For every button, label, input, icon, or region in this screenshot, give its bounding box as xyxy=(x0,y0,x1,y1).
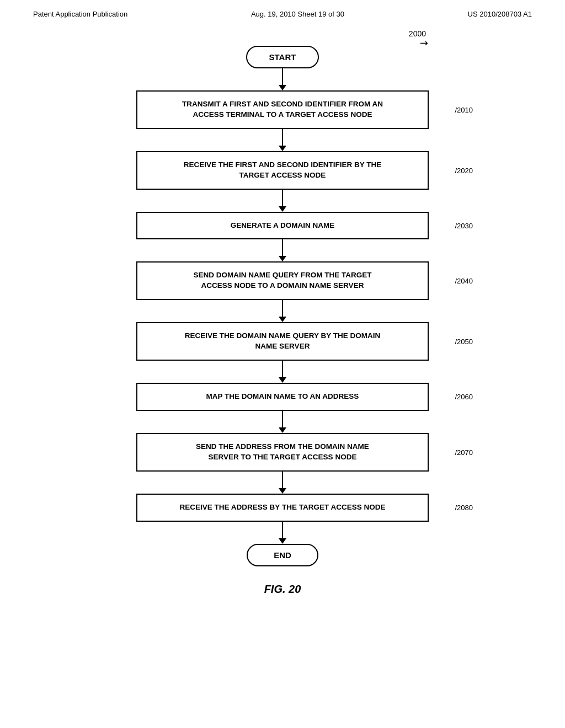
arrow-9 xyxy=(279,522,286,544)
step-row-2020: RECEIVE THE FIRST AND SECOND IDENTIFIER … xyxy=(136,151,429,190)
step-2020-box: RECEIVE THE FIRST AND SECOND IDENTIFIER … xyxy=(136,151,429,190)
step-2030-box: GENERATE A DOMAIN NAME xyxy=(136,212,429,240)
figure-caption: FIG. 20 xyxy=(264,583,301,596)
arrow-5 xyxy=(279,300,286,322)
step-2020-label: /2020 xyxy=(455,166,473,174)
step-row-2030: GENERATE A DOMAIN NAME /2030 xyxy=(136,212,429,240)
step-2060-label: /2060 xyxy=(455,393,473,401)
header-right: US 2010/208703 A1 xyxy=(468,10,532,18)
step-row-2060: MAP THE DOMAIN NAME TO AN ADDRESS /2060 xyxy=(136,383,429,411)
step-2080-box: RECEIVE THE ADDRESS BY THE TARGET ACCESS… xyxy=(136,494,429,522)
arrow-4 xyxy=(279,239,286,261)
step-row-2070: SEND THE ADDRESS FROM THE DOMAIN NAMESER… xyxy=(136,433,429,472)
step-2060-box: MAP THE DOMAIN NAME TO AN ADDRESS xyxy=(136,383,429,411)
arrow-6 xyxy=(279,361,286,383)
arrow-2 xyxy=(279,129,286,151)
step-2070-box: SEND THE ADDRESS FROM THE DOMAIN NAMESER… xyxy=(136,433,429,472)
arrow-8 xyxy=(279,472,286,494)
end-oval: END xyxy=(247,544,318,566)
arrow-3 xyxy=(279,190,286,212)
step-2010-label: /2010 xyxy=(455,105,473,114)
header-left: Patent Application Publication xyxy=(33,10,127,18)
step-2070-label: /2070 xyxy=(455,448,473,456)
start-oval: START xyxy=(246,46,319,68)
step-row-2050: RECEIVE THE DOMAIN NAME QUERY BY THE DOM… xyxy=(136,322,429,361)
step-2030-label: /2030 xyxy=(455,222,473,230)
flowchart: START TRANSMIT A FIRST AND SECOND IDENTI… xyxy=(117,46,448,566)
step-2010-box: TRANSMIT A FIRST AND SECOND IDENTIFIER F… xyxy=(136,90,429,129)
step-2050-label: /2050 xyxy=(455,338,473,346)
step-2080-label: /2080 xyxy=(455,504,473,512)
step-2040-label: /2040 xyxy=(455,277,473,285)
diagram-container: 2000 ↗ START TRANSMIT A FIRST AND SECOND… xyxy=(0,24,565,596)
step-row-2040: SEND DOMAIN NAME QUERY FROM THE TARGETAC… xyxy=(136,261,429,300)
step-row-2010: TRANSMIT A FIRST AND SECOND IDENTIFIER F… xyxy=(136,90,429,129)
figure-number-area: 2000 ↗ xyxy=(117,29,448,46)
header-middle: Aug. 19, 2010 Sheet 19 of 30 xyxy=(251,10,344,18)
arrow-1 xyxy=(279,68,286,90)
step-2050-box: RECEIVE THE DOMAIN NAME QUERY BY THE DOM… xyxy=(136,322,429,361)
arrow-7 xyxy=(279,411,286,433)
step-row-2080: RECEIVE THE ADDRESS BY THE TARGET ACCESS… xyxy=(136,494,429,522)
page-header: Patent Application Publication Aug. 19, … xyxy=(0,0,565,24)
step-2040-box: SEND DOMAIN NAME QUERY FROM THE TARGETAC… xyxy=(136,261,429,300)
